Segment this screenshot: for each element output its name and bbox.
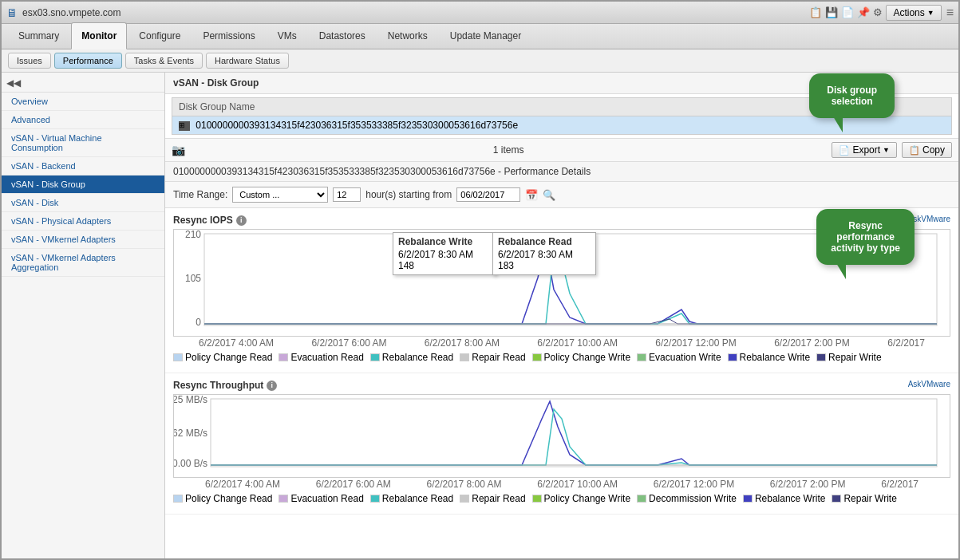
legend-label-policy-change-read: Policy Change Read [185, 352, 272, 363]
svg-point-7 [543, 243, 548, 248]
tp-legend-label-evacuation-read: Evacuation Read [290, 493, 363, 504]
expand-icon[interactable]: ≡ [946, 6, 954, 19]
resync-bubble-wrapper: Resync performance activity by type [816, 209, 915, 265]
perf-details-title-text: 0100000000393134315f423036315f353533385f… [173, 166, 591, 177]
sidebar-collapse-button[interactable]: ◀◀ [2, 73, 164, 93]
export-button[interactable]: 📄 Export ▼ [832, 142, 897, 158]
sidebar-item-vsan-vm-consumption[interactable]: vSAN - Virtual Machine Consumption [2, 129, 164, 157]
resync-throughput-info-icon[interactable]: i [267, 381, 277, 391]
search-indicator: 🔍 [543, 189, 555, 201]
tab-networks[interactable]: Networks [377, 22, 438, 49]
sub-tab-tasks-events[interactable]: Tasks & Events [125, 53, 203, 69]
iops-x-label-0: 6/2/2017 4:00 AM [199, 337, 274, 349]
iops-legend-repair-write: Repair Write [816, 352, 881, 363]
legend-label-evacuation-read: Evacuation Read [290, 352, 363, 363]
export-icon: 📄 [839, 145, 850, 156]
sidebar-item-vsan-disk-group[interactable]: vSAN - Disk Group [2, 175, 164, 194]
tp-legend-label-repair-read: Repair Read [472, 493, 525, 504]
camera-icon: 📷 [172, 144, 185, 156]
sidebar-item-vsan-backend[interactable]: vSAN - Backend [2, 157, 164, 175]
tp-legend-color-repair-read [460, 495, 469, 503]
iops-x-label-6: 6/2/2017 [887, 337, 925, 349]
resync-throughput-title-text: Resync Throughput [173, 380, 263, 391]
legend-label-repair-read: Repair Read [472, 352, 525, 363]
legend-color-evacuation-write [637, 353, 646, 361]
main-panel: vSAN - Disk Group Disk Group Name ⊞ 0 [165, 73, 958, 558]
content-area: ◀◀ Overview Advanced vSAN - Virtual Mach… [2, 73, 958, 558]
toolbar-icon-1[interactable]: 📋 [809, 6, 822, 18]
toolbar-icon-4[interactable]: 📌 [857, 6, 870, 18]
sidebar-item-advanced[interactable]: Advanced [2, 111, 164, 129]
tp-legend-repair-write: Repair Write [832, 493, 896, 504]
hours-input[interactable] [333, 187, 361, 202]
resync-bubble: Resync performance activity by type [816, 209, 915, 265]
iops-legend-rebalance-write: Rebalance Write [728, 352, 811, 363]
tp-legend-evacuation-read: Evacuation Read [279, 493, 363, 504]
iops-x-label-1: 6/2/2017 6:00 AM [311, 337, 386, 349]
legend-color-evacuation-read [279, 353, 288, 361]
iops-legend-evacuation-read: Evacuation Read [279, 352, 363, 363]
tab-summary[interactable]: Summary [8, 22, 69, 49]
actions-label: Actions [893, 7, 924, 18]
calendar-icon[interactable]: 📅 [525, 189, 538, 201]
tp-legend-rebalance-write: Rebalance Write [743, 493, 826, 504]
legend-label-rebalance-write: Rebalance Write [740, 352, 811, 363]
tp-legend-label-decommission-write: Decommission Write [649, 493, 737, 504]
tab-vms[interactable]: VMs [267, 22, 307, 49]
date-input[interactable] [456, 187, 520, 202]
legend-color-rebalance-write [728, 353, 737, 361]
svg-text:210: 210 [185, 230, 201, 240]
svg-text:0.00 B/s: 0.00 B/s [174, 458, 207, 469]
svg-point-8 [551, 247, 556, 252]
tp-x-label-5: 6/2/2017 2:00 PM [770, 479, 846, 490]
copy-button[interactable]: 📋 Copy [902, 142, 952, 158]
sidebar-item-overview[interactable]: Overview [2, 93, 164, 111]
tab-permissions[interactable]: Permissions [192, 22, 265, 49]
tab-datastores[interactable]: Datastores [309, 22, 376, 49]
throughput-chart-container: 13.25 MB/s 6.62 MB/s 0.00 B/s [173, 394, 950, 478]
sub-tab-hardware-status[interactable]: Hardware Status [206, 53, 289, 69]
tp-legend-label-rebalance-read: Rebalance Read [382, 493, 453, 504]
tp-legend-label-policy-change-write: Policy Change Write [544, 493, 631, 504]
resync-bubble-tail [836, 263, 846, 279]
resync-iops-title-text: Resync IOPS [173, 215, 233, 226]
sidebar-item-vsan-vmkernel-adapters[interactable]: vSAN - VMkernel Adapters [2, 231, 164, 249]
tp-legend-policy-change-write: Policy Change Write [532, 493, 631, 504]
legend-label-repair-write: Repair Write [828, 352, 881, 363]
sidebar-item-vsan-vmkernel-aggregation[interactable]: vSAN - VMkernel Adapters Aggregation [2, 249, 164, 277]
legend-color-rebalance-read [370, 353, 380, 361]
title-bar: 🖥 esx03.sno.vmpete.com 📋 💾 📄 📌 ⚙ Actions… [2, 2, 958, 24]
settings-icon[interactable]: ⚙ [873, 6, 883, 18]
main-tab-bar: Summary Monitor Configure Permissions VM… [2, 24, 958, 49]
export-label: Export [852, 144, 880, 156]
sidebar-item-vsan-physical-adapters[interactable]: vSAN - Physical Adapters [2, 212, 164, 231]
iops-x-label-5: 6/2/2017 2:00 PM [774, 337, 850, 349]
tp-legend-color-policy-change-write [532, 495, 542, 503]
time-range-label: Time Range: [173, 189, 227, 200]
tab-configure[interactable]: Configure [128, 22, 191, 49]
toolbar-icon-3[interactable]: 📄 [841, 6, 854, 18]
tp-legend-repair-read: Repair Read [460, 493, 525, 504]
tp-x-label-3: 6/2/2017 10:00 AM [537, 479, 618, 490]
actions-button[interactable]: Actions ▼ [886, 5, 941, 21]
tp-x-label-0: 6/2/2017 4:00 AM [205, 479, 280, 490]
sidebar-item-vsan-disk[interactable]: vSAN - Disk [2, 194, 164, 212]
sub-tab-issues[interactable]: Issues [8, 53, 51, 69]
disk-group-bubble-line2: selection [827, 96, 877, 107]
legend-label-evacuation-write: Evacuation Write [649, 352, 721, 363]
iops-legend-policy-change-write: Policy Change Write [532, 352, 631, 363]
copy-icon: 📋 [909, 145, 920, 156]
svg-text:13.25 MB/s: 13.25 MB/s [174, 395, 207, 405]
legend-label-rebalance-read: Rebalance Read [382, 352, 453, 363]
sub-tab-performance[interactable]: Performance [54, 53, 122, 69]
disk-group-icon: ⊞ [179, 121, 190, 131]
resync-iops-info-icon[interactable]: i [236, 215, 247, 226]
askvmware-throughput[interactable]: AskVMware [908, 380, 950, 388]
toolbar-icon-2[interactable]: 💾 [825, 6, 838, 18]
tp-legend-label-repair-write: Repair Write [843, 493, 896, 504]
time-range-select[interactable]: Custom ... [232, 187, 328, 203]
actions-chevron-icon: ▼ [927, 9, 934, 17]
tp-legend-color-policy-change-read [173, 495, 183, 503]
tab-update-manager[interactable]: Update Manager [440, 22, 531, 49]
tab-monitor[interactable]: Monitor [71, 22, 127, 49]
